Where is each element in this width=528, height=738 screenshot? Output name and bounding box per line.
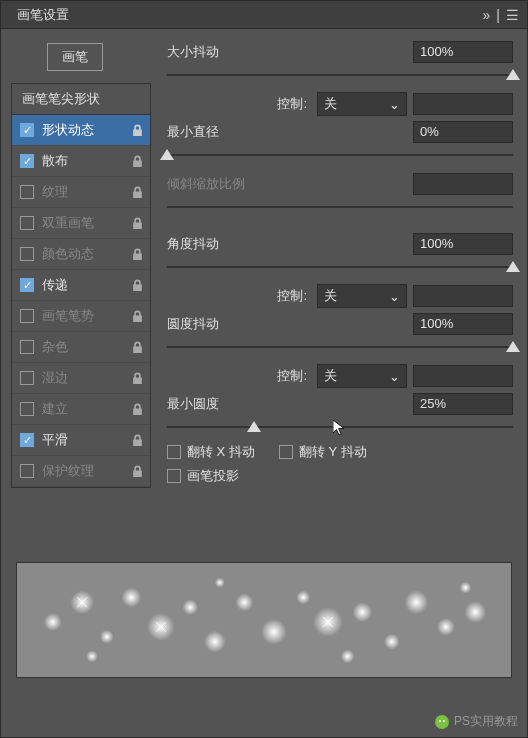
- svg-point-15: [464, 601, 486, 623]
- angle-jitter-slider[interactable]: [167, 259, 513, 277]
- sidebar-item-scatter[interactable]: 散布: [12, 146, 150, 177]
- svg-point-26: [435, 715, 449, 729]
- sidebar-item-dual-brush[interactable]: 双重画笔: [12, 208, 150, 239]
- checkbox-icon[interactable]: [20, 247, 34, 261]
- checkbox-icon[interactable]: [20, 216, 34, 230]
- svg-point-11: [352, 602, 372, 622]
- lock-icon[interactable]: [130, 279, 144, 292]
- sidebar-item-wet-edges[interactable]: 湿边: [12, 363, 150, 394]
- svg-point-28: [443, 720, 445, 722]
- min-diameter-slider[interactable]: [167, 147, 513, 165]
- flip-y-checkbox[interactable]: 翻转 Y 抖动: [279, 443, 367, 461]
- checkbox-icon[interactable]: [20, 340, 34, 354]
- control3-select[interactable]: 关⌄: [317, 364, 407, 388]
- sidebar-item-texture[interactable]: 纹理: [12, 177, 150, 208]
- checkbox-icon[interactable]: [20, 123, 34, 137]
- panel-title[interactable]: 画笔设置: [9, 4, 77, 26]
- watermark: PS实用教程: [434, 713, 518, 730]
- svg-point-9: [296, 591, 310, 605]
- sidebar-item-shape-dynamics[interactable]: 形状动态: [12, 115, 150, 146]
- sidebar-item-smoothing[interactable]: 平滑: [12, 425, 150, 456]
- sidebar-item-label: 散布: [42, 152, 130, 170]
- min-diameter-value[interactable]: 0%: [413, 121, 513, 143]
- tilt-scale-slider: [167, 199, 513, 217]
- checkbox-icon[interactable]: [20, 464, 34, 478]
- checkbox-icon[interactable]: [20, 278, 34, 292]
- sidebar-item-label: 杂色: [42, 338, 130, 356]
- lock-icon[interactable]: [130, 186, 144, 199]
- lock-icon[interactable]: [130, 403, 144, 416]
- lock-icon[interactable]: [130, 341, 144, 354]
- brush-projection-checkbox[interactable]: 画笔投影: [167, 467, 239, 485]
- sidebar-item-brush-pose[interactable]: 画笔笔势: [12, 301, 150, 332]
- sidebar-item-buildup[interactable]: 建立: [12, 394, 150, 425]
- sidebar-item-label: 建立: [42, 400, 130, 418]
- size-jitter-value[interactable]: 100%: [413, 41, 513, 63]
- checkbox-icon[interactable]: [20, 371, 34, 385]
- round-jitter-value[interactable]: 100%: [413, 313, 513, 335]
- lock-icon[interactable]: [130, 124, 144, 137]
- sidebar-item-color-dynamics[interactable]: 颜色动态: [12, 239, 150, 270]
- svg-point-14: [437, 618, 455, 636]
- size-jitter-label: 大小抖动: [167, 43, 413, 61]
- angle-jitter-value[interactable]: 100%: [413, 233, 513, 255]
- checkbox-icon[interactable]: [20, 309, 34, 323]
- svg-point-7: [236, 593, 254, 611]
- lock-icon[interactable]: [130, 155, 144, 168]
- checkbox-icon[interactable]: [20, 154, 34, 168]
- control-label: 控制:: [167, 367, 317, 385]
- round-jitter-slider[interactable]: [167, 339, 513, 357]
- checkbox-icon[interactable]: [20, 402, 34, 416]
- control2-select[interactable]: 关⌄: [317, 284, 407, 308]
- lock-icon[interactable]: [130, 372, 144, 385]
- svg-point-3: [122, 588, 142, 608]
- checkbox-icon: [279, 445, 293, 459]
- chevron-down-icon: ⌄: [389, 289, 400, 304]
- collapse-icon[interactable]: »: [483, 7, 491, 23]
- svg-point-18: [341, 649, 355, 663]
- menu-icon[interactable]: ☰: [506, 7, 519, 23]
- svg-point-17: [215, 578, 225, 588]
- sidebar-item-label: 传递: [42, 276, 130, 294]
- min-round-slider[interactable]: [167, 419, 513, 437]
- svg-point-5: [182, 599, 198, 615]
- svg-point-0: [44, 613, 62, 631]
- control-label: 控制:: [167, 95, 317, 113]
- sidebar-item-label: 双重画笔: [42, 214, 130, 232]
- sidebar-item-label: 平滑: [42, 431, 130, 449]
- control2-value[interactable]: [413, 285, 513, 307]
- brush-tip-shape[interactable]: 画笔笔尖形状: [12, 84, 150, 115]
- svg-point-6: [204, 631, 226, 653]
- min-round-label: 最小圆度: [167, 395, 413, 413]
- control3-value[interactable]: [413, 365, 513, 387]
- brush-projection-label: 画笔投影: [187, 467, 239, 485]
- lock-icon[interactable]: [130, 217, 144, 230]
- angle-jitter-label: 角度抖动: [167, 235, 413, 253]
- round-jitter-label: 圆度抖动: [167, 315, 413, 333]
- lock-icon[interactable]: [130, 248, 144, 261]
- svg-point-2: [100, 630, 114, 644]
- sidebar-item-label: 纹理: [42, 183, 130, 201]
- svg-point-16: [86, 650, 98, 662]
- flip-x-checkbox[interactable]: 翻转 X 抖动: [167, 443, 255, 461]
- lock-icon[interactable]: [130, 465, 144, 478]
- chevron-down-icon: ⌄: [389, 369, 400, 384]
- checkbox-icon[interactable]: [20, 185, 34, 199]
- checkbox-icon[interactable]: [20, 433, 34, 447]
- control1-select[interactable]: 关⌄: [317, 92, 407, 116]
- size-jitter-slider[interactable]: [167, 67, 513, 85]
- sidebar-item-transfer[interactable]: 传递: [12, 270, 150, 301]
- svg-point-8: [261, 619, 287, 645]
- brush-button[interactable]: 画笔: [47, 43, 103, 71]
- lock-icon[interactable]: [130, 434, 144, 447]
- sidebar-item-noise[interactable]: 杂色: [12, 332, 150, 363]
- wechat-icon: [434, 714, 450, 730]
- divider: |: [496, 7, 500, 23]
- sidebar-item-protect-texture[interactable]: 保护纹理: [12, 456, 150, 487]
- sidebar-item-label: 保护纹理: [42, 462, 130, 480]
- svg-point-13: [405, 591, 429, 615]
- min-round-value[interactable]: 25%: [413, 393, 513, 415]
- lock-icon[interactable]: [130, 310, 144, 323]
- control1-value[interactable]: [413, 93, 513, 115]
- svg-point-12: [384, 634, 400, 650]
